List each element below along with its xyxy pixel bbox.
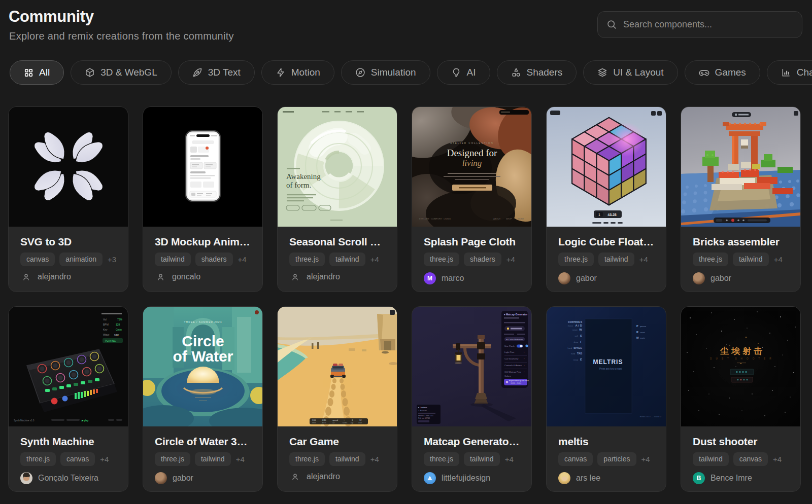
svg-text:M: M — [636, 336, 639, 339]
svg-text:▸ Color Midtones: ▸ Color Midtones — [506, 338, 524, 341]
svg-text:swap: swap — [573, 358, 578, 361]
svg-text:living: living — [462, 158, 482, 168]
svg-text:MORE: MORE — [518, 218, 524, 220]
svg-text:R: R — [636, 331, 638, 334]
svg-text:▸ Lantern: ▸ Lantern — [418, 406, 427, 409]
svg-text:move: move — [568, 325, 573, 327]
svg-text:mute: mute — [640, 337, 646, 339]
svg-text:Cmin: Cmin — [116, 328, 122, 331]
svg-text:1: 1 — [598, 213, 600, 217]
svg-text:saw: saw — [114, 333, 119, 336]
svg-text:Export Matcap as PNG: Export Matcap as PNG — [509, 380, 529, 382]
svg-text:best: best — [322, 421, 326, 424]
svg-text:CONTROLS: CONTROLS — [568, 320, 583, 323]
svg-text:尘埃射击: 尘埃射击 — [720, 346, 765, 356]
svg-text:EXPLORE · COMFORT · LIVING: EXPLORE · COMFORT · LIVING — [419, 218, 451, 220]
svg-text:D U S T S H O O T E R: D U S T S H O O T E R — [710, 357, 773, 360]
svg-text:Key: Key — [103, 328, 108, 331]
svg-text:ATELIER COLLECTION: ATELIER COLLECTION — [450, 142, 493, 145]
svg-text:PLAYING: PLAYING — [105, 339, 116, 342]
svg-text:Wave: Wave — [103, 333, 110, 336]
svg-text:MELTRIS: MELTRIS — [593, 358, 623, 366]
svg-text:drop: drop — [574, 341, 579, 343]
svg-text:Cat Geometry: Cat Geometry — [504, 357, 519, 360]
svg-text:hold: hold — [571, 352, 576, 355]
svg-text:pause: pause — [640, 325, 647, 328]
svg-text:of form.: of form. — [286, 181, 311, 189]
svg-text:reset: reset — [640, 331, 646, 334]
svg-text:coin: coin — [358, 421, 362, 424]
svg-text:Controls & Anima: Controls & Anima — [504, 364, 522, 367]
svg-text:lap: lap — [351, 421, 354, 424]
svg-text:F: F — [580, 340, 582, 343]
svg-text:THREE / SUMMER 2024: THREE / SUMMER 2024 — [184, 320, 222, 323]
svg-text:P: P — [636, 325, 638, 328]
svg-text:BPM: BPM — [103, 323, 109, 326]
svg-text:turbo: turbo — [343, 421, 348, 424]
svg-text:time: time — [312, 421, 316, 424]
svg-text:72%: 72% — [117, 318, 123, 321]
svg-text:hard: hard — [568, 347, 572, 349]
svg-text:Use Flash: Use Flash — [504, 345, 515, 347]
svg-text:Vol: Vol — [103, 318, 107, 321]
svg-text:▾ Matcap Generator: ▾ Matcap Generator — [503, 313, 527, 316]
svg-text:↳ Account: ↳ Account — [418, 410, 427, 412]
svg-text:1024 × 1024: 1024 × 1024 — [511, 382, 521, 384]
svg-text:Awakening: Awakening — [286, 172, 321, 181]
svg-text:SHOP: SHOP — [506, 218, 512, 220]
svg-text:Circle: Circle — [182, 333, 224, 349]
svg-text:Pol. tris 12748: Pol. tris 12748 — [418, 417, 430, 419]
svg-text:Motion 2 Vert 1141: Motion 2 Vert 1141 — [418, 415, 433, 417]
svg-text:42: 42 — [332, 421, 335, 424]
svg-text:Designed for: Designed for — [447, 148, 497, 158]
svg-text:43.28: 43.28 — [607, 213, 617, 217]
svg-text:soft: soft — [574, 335, 579, 337]
svg-text:Colors: Colors — [504, 375, 511, 377]
svg-text:W: W — [579, 328, 582, 331]
svg-text:S: S — [580, 334, 582, 337]
svg-text:Synth Machine v1.0: Synth Machine v1.0 — [14, 419, 35, 422]
svg-text:SPACE: SPACE — [573, 346, 583, 349]
svg-text:A / D: A / D — [576, 324, 583, 327]
svg-text:ABOUT: ABOUT — [493, 218, 501, 220]
svg-text:128: 128 — [116, 323, 120, 326]
svg-text:Press any key to start: Press any key to start — [599, 368, 622, 370]
svg-text:E: E — [580, 358, 582, 361]
svg-text:Light Posi: Light Posi — [504, 351, 514, 353]
svg-text:3-D Matcap Prev: 3-D Matcap Prev — [504, 371, 522, 373]
svg-text:of Water: of Water — [173, 348, 233, 365]
svg-text:▶ play: ▶ play — [82, 419, 89, 422]
svg-text:rotate: rotate — [572, 329, 578, 331]
svg-text:meltis v0.3 — score 0: meltis v0.3 — score 0 — [640, 415, 662, 418]
svg-text:TAB: TAB — [577, 352, 582, 355]
